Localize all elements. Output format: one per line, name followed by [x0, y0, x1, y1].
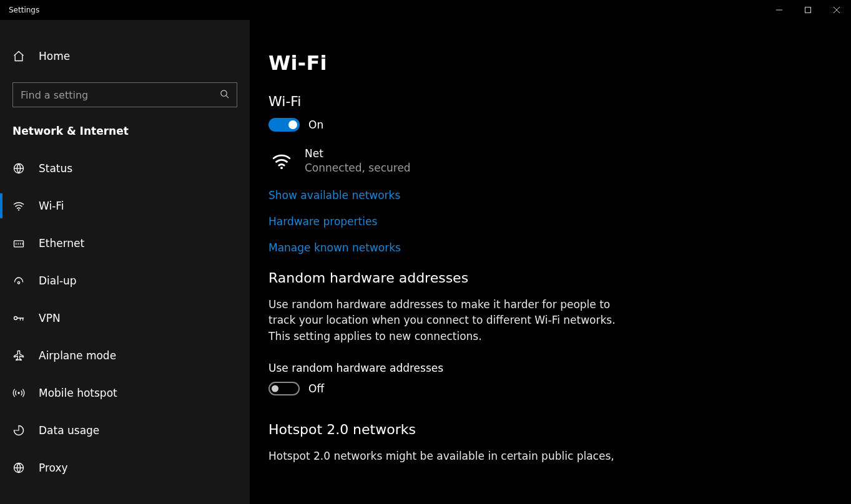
- svg-point-1: [221, 90, 227, 95]
- datausage-icon: [12, 424, 25, 437]
- link-manage-known-networks[interactable]: Manage known networks: [268, 241, 851, 254]
- random-hw-toggle-row: Off: [268, 382, 851, 395]
- dialup-icon: [12, 274, 25, 287]
- airplane-icon: [12, 349, 25, 362]
- sidebar-item-label: Ethernet: [39, 237, 84, 250]
- svg-point-9: [280, 167, 283, 169]
- window-controls: [765, 0, 851, 20]
- svg-rect-4: [14, 241, 24, 247]
- random-hw-toggle[interactable]: [268, 382, 300, 395]
- minimize-button[interactable]: [765, 0, 794, 20]
- titlebar: Settings: [0, 0, 851, 20]
- network-name: Net: [305, 147, 411, 161]
- sidebar-item-label: Wi-Fi: [39, 200, 64, 212]
- search-box[interactable]: [12, 82, 237, 107]
- hotspot-icon: [12, 387, 25, 399]
- sidebar-item-status[interactable]: Status: [0, 150, 250, 187]
- sidebar-item-airplane[interactable]: Airplane mode: [0, 337, 250, 374]
- svg-point-7: [17, 392, 19, 394]
- hotspot20-title: Hotspot 2.0 networks: [268, 422, 851, 437]
- page-title: Wi-Fi: [268, 51, 851, 75]
- sidebar-list: StatusWi-FiEthernetDial-upVPNAirplane mo…: [0, 150, 250, 487]
- sidebar-item-label: Dial-up: [39, 274, 77, 287]
- sidebar-item-datausage[interactable]: Data usage: [0, 412, 250, 449]
- wifi-heading: Wi-Fi: [268, 94, 851, 109]
- sidebar-home-label: Home: [39, 50, 70, 62]
- sidebar-item-label: VPN: [39, 312, 61, 324]
- sidebar-item-wifi[interactable]: Wi-Fi: [0, 187, 250, 225]
- wifi-icon: [12, 200, 25, 212]
- hotspot20-desc: Hotspot 2.0 networks might be available …: [268, 448, 618, 465]
- sidebar-item-label: Mobile hotspot: [39, 387, 117, 399]
- wifi-toggle-row: On: [268, 118, 851, 132]
- proxy-icon: [12, 462, 25, 474]
- sidebar-item-ethernet[interactable]: Ethernet: [0, 225, 250, 262]
- globe-icon: [12, 162, 25, 175]
- random-hw-toggle-label: Off: [308, 382, 324, 395]
- sidebar-item-proxy[interactable]: Proxy: [0, 449, 250, 487]
- ethernet-icon: [12, 237, 25, 250]
- sidebar-item-home[interactable]: Home: [0, 37, 250, 75]
- sidebar-item-label: Proxy: [39, 462, 68, 474]
- close-icon: [834, 7, 840, 13]
- sidebar-item-label: Data usage: [39, 424, 99, 437]
- sidebar-item-dialup[interactable]: Dial-up: [0, 262, 250, 299]
- link-hardware-properties[interactable]: Hardware properties: [268, 215, 851, 228]
- svg-rect-0: [805, 7, 811, 13]
- wifi-toggle-label: On: [308, 119, 323, 131]
- random-hw-desc: Use random hardware addresses to make it…: [268, 297, 618, 345]
- link-show-available-networks[interactable]: Show available networks: [268, 189, 851, 201]
- home-icon: [12, 50, 25, 62]
- maximize-icon: [805, 7, 811, 13]
- random-hw-field-label: Use random hardware addresses: [268, 362, 851, 374]
- svg-point-5: [17, 282, 19, 284]
- svg-point-3: [18, 210, 19, 211]
- search-input[interactable]: [21, 89, 220, 101]
- sidebar: Home Network & Internet StatusWi-FiEther…: [0, 20, 250, 504]
- content: Wi-Fi Wi-Fi On Net Connected, secured Sh…: [250, 20, 851, 504]
- sidebar-section-header: Network & Internet: [0, 107, 250, 142]
- sidebar-item-hotspot[interactable]: Mobile hotspot: [0, 374, 250, 412]
- close-button[interactable]: [822, 0, 851, 20]
- network-status: Connected, secured: [305, 161, 411, 175]
- wifi-toggle[interactable]: [268, 118, 300, 132]
- sidebar-item-label: Status: [39, 162, 72, 175]
- random-hw-title: Random hardware addresses: [268, 270, 851, 286]
- current-network[interactable]: Net Connected, secured: [271, 147, 851, 175]
- svg-point-6: [14, 317, 17, 320]
- window-title: Settings: [0, 6, 39, 14]
- vpn-icon: [12, 312, 25, 324]
- search-wrap: [0, 82, 250, 107]
- maximize-button[interactable]: [794, 0, 822, 20]
- wifi-signal-icon: [271, 150, 292, 172]
- sidebar-item-vpn[interactable]: VPN: [0, 299, 250, 337]
- minimize-icon: [776, 7, 782, 13]
- search-icon: [220, 89, 229, 101]
- sidebar-item-label: Airplane mode: [39, 349, 116, 362]
